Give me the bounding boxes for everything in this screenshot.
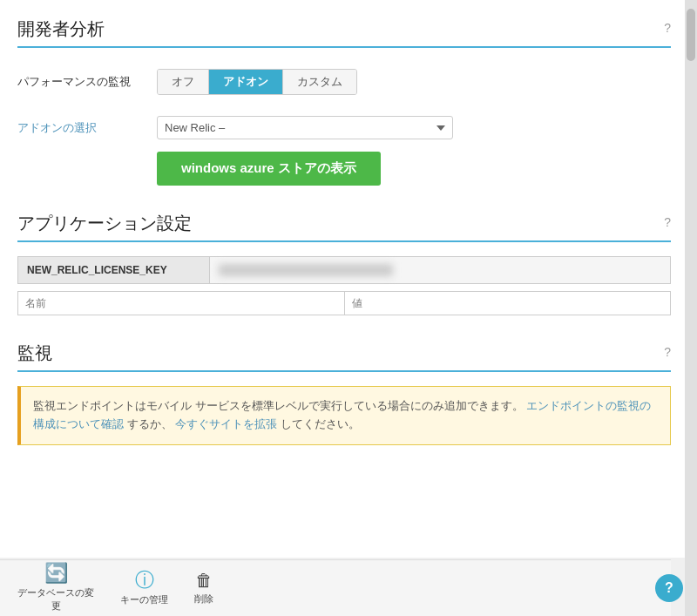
performance-monitoring-label: パフォーマンスの監視	[17, 74, 157, 90]
db-change-icon: 🔄	[44, 564, 68, 583]
blurred-value	[219, 264, 393, 276]
toggle-addon[interactable]: アドオン	[209, 70, 283, 94]
value-input[interactable]	[344, 291, 672, 315]
key-manage-label: キーの管理	[120, 593, 168, 606]
app-settings-title: アプリケーション設定	[17, 212, 192, 235]
main-content: 開発者分析 ? パフォーマンスの監視 オフ アドオン カスタム アドオンの選択 …	[0, 0, 697, 558]
azure-button-wrap: windows azure ストアの表示	[17, 152, 671, 186]
performance-toggle-group: オフ アドオン カスタム	[157, 69, 357, 95]
monitoring-section: 監視 ? 監視エンドポイントはモバイル サービスを標準レベルで実行している場合に…	[17, 342, 671, 445]
monitoring-help-icon[interactable]: ?	[664, 345, 671, 359]
app-settings-section: アプリケーション設定 ? NEW_RELIC_LICENSE_KEY	[17, 212, 671, 315]
addon-select[interactable]: New Relic –	[157, 116, 453, 139]
key-manage-icon: ⓘ	[135, 571, 154, 590]
license-key-value	[210, 257, 671, 284]
app-settings-header: アプリケーション設定 ?	[17, 212, 671, 242]
new-setting-row	[17, 291, 671, 315]
db-change-action[interactable]: 🔄 データベースの変更	[17, 564, 94, 613]
help-circle-button[interactable]: ?	[655, 574, 683, 602]
db-change-label: データベースの変更	[17, 586, 94, 613]
help-circle-label: ?	[665, 580, 673, 596]
addon-selection-row: アドオンの選択 New Relic –	[17, 116, 671, 139]
notice-link1-suffix: するか、	[127, 417, 173, 430]
app-settings-table: NEW_RELIC_LICENSE_KEY	[17, 256, 671, 284]
notice-link2[interactable]: 今すぐサイトを拡張	[175, 417, 277, 430]
developer-analysis-section: 開発者分析 ? パフォーマンスの監視 オフ アドオン カスタム アドオンの選択 …	[17, 17, 671, 186]
developer-analysis-help-icon[interactable]: ?	[664, 21, 671, 35]
delete-action[interactable]: 🗑 削除	[194, 572, 213, 606]
scrollbar-thumb[interactable]	[687, 9, 695, 61]
key-manage-action[interactable]: ⓘ キーの管理	[120, 571, 168, 606]
azure-store-button[interactable]: windows azure ストアの表示	[157, 152, 381, 186]
scrollbar[interactable]	[685, 0, 697, 616]
addon-select-wrap: New Relic –	[157, 116, 453, 139]
delete-icon: 🗑	[195, 572, 213, 589]
notice-suffix: してください。	[281, 417, 360, 430]
notice-text: 監視エンドポイントはモバイル サービスを標準レベルで実行している場合にのみ追加で…	[33, 399, 524, 412]
toggle-custom[interactable]: カスタム	[283, 70, 356, 94]
addon-label: アドオンの選択	[17, 120, 157, 136]
developer-analysis-header: 開発者分析 ?	[17, 17, 671, 48]
developer-analysis-title: 開発者分析	[17, 17, 105, 41]
monitor-notice: 監視エンドポイントはモバイル サービスを標準レベルで実行している場合にのみ追加で…	[17, 386, 671, 445]
monitoring-header: 監視 ?	[17, 342, 671, 372]
name-input[interactable]	[17, 291, 344, 315]
delete-label: 削除	[194, 592, 213, 606]
monitoring-title: 監視	[17, 342, 52, 365]
toggle-off[interactable]: オフ	[158, 70, 209, 94]
table-row: NEW_RELIC_LICENSE_KEY	[18, 257, 671, 284]
app-settings-help-icon[interactable]: ?	[664, 215, 671, 229]
bottom-bar: 🔄 データベースの変更 ⓘ キーの管理 🗑 削除	[0, 559, 671, 616]
performance-monitoring-row: パフォーマンスの監視 オフ アドオン カスタム	[17, 62, 671, 102]
license-key-label: NEW_RELIC_LICENSE_KEY	[18, 257, 210, 284]
